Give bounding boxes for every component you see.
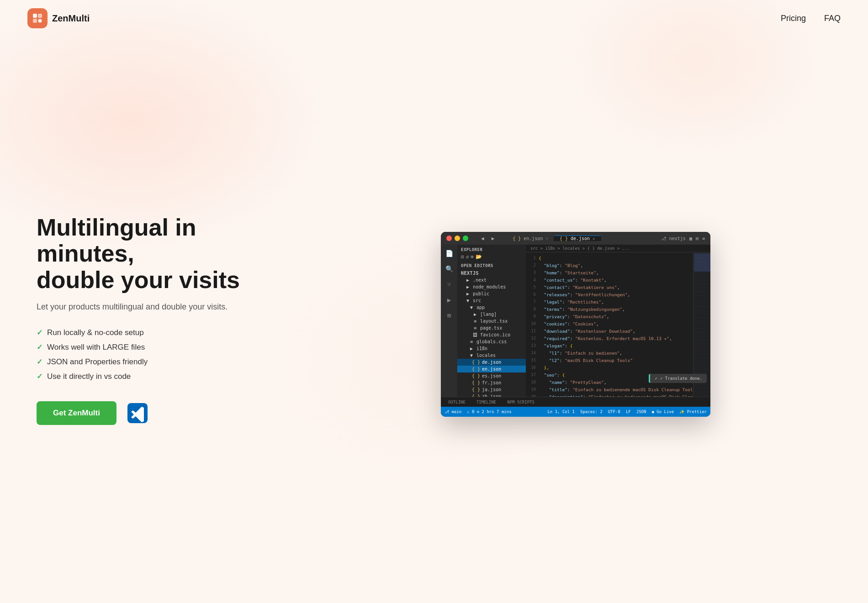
cta-button[interactable]: Get ZenMulti: [37, 401, 116, 425]
sidebar-item-next[interactable]: ▶.next: [457, 277, 526, 283]
code-line-5: 5 "contact": "Kontaktiere uns",: [526, 283, 693, 291]
sidebar-section-nextjs: NEXTJS: [457, 269, 526, 277]
breadcrumb: src > i18n > locales > { } de.json > ...: [530, 246, 630, 251]
sidebar-item-i18n[interactable]: ▶i18n: [457, 345, 526, 352]
panel-tab-npm[interactable]: NPM SCRIPTS: [503, 399, 538, 405]
editor-area: src > i18n > locales > { } de.json > ...…: [526, 245, 710, 397]
vscode-body: 📄 🔍 ⑂ ▶ ⊞ Explorer ⊡ ↺ ⊕ 📂 Open Editor: [441, 245, 710, 397]
tab-en-json[interactable]: { } en.json ✕: [507, 236, 554, 241]
svg-rect-1: [38, 14, 42, 18]
sidebar-item-lang[interactable]: ▶[lang]: [457, 311, 526, 318]
sidebar-item-layout[interactable]: ≡layout.tsx: [457, 318, 526, 325]
status-spaces: Spaces: 2: [580, 409, 603, 414]
nav-links: Pricing FAQ: [781, 14, 841, 23]
translate-toast: ✓ ✓ Translate done.: [649, 374, 707, 383]
check-icon: ✓: [37, 328, 42, 337]
main-content: Multilingual in minutes, double your vis…: [0, 37, 868, 603]
panel-bar: OUTLINE TIMELINE NPM SCRIPTS: [441, 397, 710, 407]
sidebar-item-globals[interactable]: ≡globals.css: [457, 338, 526, 345]
json-file-icon: { }: [472, 373, 480, 378]
sidebar-item-node-modules[interactable]: ▶node_modules: [457, 283, 526, 290]
status-errors: ⚠ 0 ⊘ 2 hrs 7 mins: [467, 409, 512, 414]
sidebar-item-fr-json[interactable]: { }fr.json: [457, 379, 526, 386]
file-icon: ≡: [472, 325, 478, 330]
svg-point-3: [38, 19, 42, 23]
close-button[interactable]: [446, 236, 452, 241]
code-line-9: 9 "privacy": "Datenschutz",: [526, 313, 693, 320]
features-list: ✓ Run locally & no-code setup ✓ Works we…: [37, 328, 274, 381]
status-branch: ⎇ main: [445, 409, 461, 414]
code-line-8: 8 "terms": "Nutzungsbedingungen",: [526, 305, 693, 313]
tab-de-json[interactable]: { } de.json ✕: [554, 236, 601, 241]
chevron-down-icon: ▼: [465, 298, 471, 303]
debug-icon[interactable]: ▶: [444, 295, 454, 305]
code-line-13: 13 "slogan": {: [526, 342, 693, 349]
feature-item: ✓ Use it directly in vs code: [37, 372, 274, 381]
chevron-right-icon: ▶: [465, 278, 471, 283]
status-right: Ln 1, Col 1 Spaces: 2 UTF-8 LF JSON ◉ Go…: [547, 409, 707, 414]
code-line-15: 15 "l2": "macOS Disk Cleanup Tools": [526, 357, 693, 364]
activity-bar: 📄 🔍 ⑂ ▶ ⊞: [441, 245, 457, 397]
chevron-right-icon: ▶: [465, 284, 471, 289]
sidebar-item-es-json[interactable]: { }es.json: [457, 372, 526, 379]
titlebar-right: ⎇ nextjs ▦ ⊞ ≡: [661, 236, 705, 241]
logo-icon: [27, 8, 48, 28]
nav-pricing[interactable]: Pricing: [781, 14, 806, 23]
vscode-window: ◀ ▶ { } en.json ✕ { } de.json ✕: [441, 232, 710, 417]
check-icon: ✓: [37, 343, 42, 351]
search-icon[interactable]: 🔍: [444, 264, 454, 274]
sidebar-item-app[interactable]: ▼app: [457, 304, 526, 311]
sidebar-item-page[interactable]: ≡page.tsx: [457, 325, 526, 331]
source-control-icon[interactable]: ⑂: [444, 279, 454, 289]
sidebar-item-public[interactable]: ▶public: [457, 290, 526, 297]
feature-item: ✓ Run locally & no-code setup: [37, 328, 274, 337]
chevron-right-icon: ▶: [472, 312, 478, 317]
traffic-lights: [446, 236, 468, 241]
minimize-button[interactable]: [455, 236, 460, 241]
titlebar-tabs: { } en.json ✕ { } de.json ✕: [507, 236, 601, 241]
titlebar-nav: ◀ ▶: [481, 236, 494, 241]
logo-text: ZenMulti: [52, 13, 90, 24]
sidebar-item-ja-json[interactable]: { }ja.json: [457, 386, 526, 393]
status-prettier: ✨ Prettier: [679, 409, 707, 414]
nav-faq[interactable]: FAQ: [824, 14, 841, 23]
status-go-live: ◉ Go Live: [651, 409, 674, 414]
maximize-button[interactable]: [463, 236, 468, 241]
panel-tab-outline[interactable]: OUTLINE: [445, 399, 469, 405]
sidebar-item-zh-json[interactable]: { }zh.json: [457, 393, 526, 397]
file-icon: ≡: [468, 339, 475, 344]
status-encoding: UTF-8: [608, 409, 620, 414]
sidebar-item-favicon[interactable]: 🖼favicon.ico: [457, 331, 526, 338]
code-editor-container: 1 { 2 "blog": "Blog", 3 "home": "Startse…: [526, 252, 710, 397]
status-eol: LF: [626, 409, 631, 414]
check-icon: ✓: [37, 372, 42, 381]
code-line-11: 11 "download": "Kostenloser Download",: [526, 327, 693, 335]
explorer-icon[interactable]: 📄: [444, 248, 454, 258]
vscode-logo[interactable]: [127, 403, 148, 423]
chevron-down-icon: ▼: [468, 305, 475, 310]
panel-tab-timeline[interactable]: TIMELINE: [473, 399, 500, 405]
code-line-16: 16 },: [526, 364, 693, 371]
file-icon: ≡: [472, 319, 478, 324]
code-line-3: 3 "home": "Startseite",: [526, 269, 693, 276]
code-line-12: 12 "required": "Kostenlos, Erfordert mac…: [526, 335, 693, 342]
code-line-4: 4 "contact_us": "Kontakt",: [526, 276, 693, 283]
json-file-icon: { }: [472, 360, 480, 365]
sidebar-toolbar: ⊡ ↺ ⊕ 📂: [457, 253, 526, 261]
code-line-20: 20 "description": "Einfacher zu bedienen…: [526, 393, 693, 397]
extensions-icon[interactable]: ⊞: [444, 310, 454, 320]
subheadline: Let your products multilingual and doubl…: [37, 302, 274, 312]
check-icon: ✓: [655, 376, 657, 381]
sidebar-item-de-json[interactable]: { }de.json: [457, 359, 526, 366]
left-panel: Multilingual in minutes, double your vis…: [37, 215, 274, 425]
logo-area: ZenMulti: [27, 8, 90, 28]
code-line-14: 14 "l1": "Einfach zu bedienen",: [526, 349, 693, 357]
sidebar-item-src[interactable]: ▼src: [457, 297, 526, 304]
code-line-6: 6 "releases": "Veröffentlichungen",: [526, 291, 693, 298]
check-icon: ✓: [37, 357, 42, 366]
svg-rect-0: [33, 14, 37, 18]
sidebar-item-en-json[interactable]: { }en.json: [457, 366, 526, 372]
status-line-col: Ln 1, Col 1: [547, 409, 575, 414]
sidebar-item-locales[interactable]: ▼locales: [457, 352, 526, 359]
image-icon: 🖼: [472, 332, 478, 337]
